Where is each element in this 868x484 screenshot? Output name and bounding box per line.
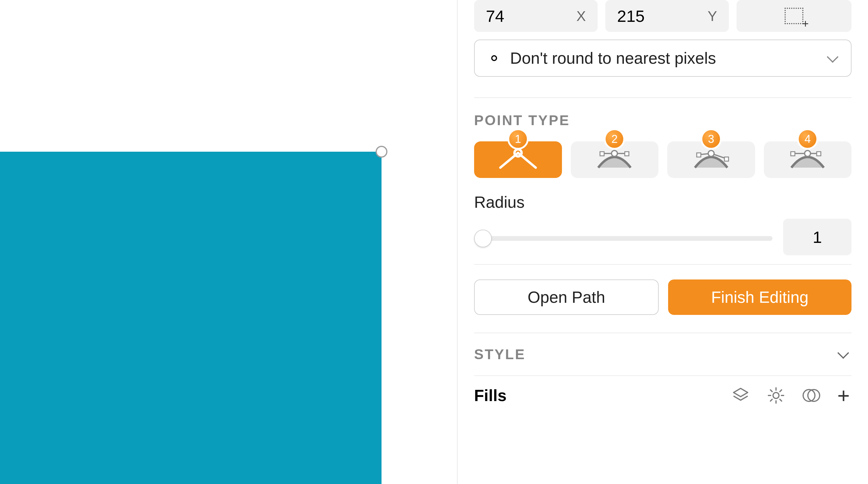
blend-mode-icon[interactable]: [802, 386, 821, 405]
point-type-mirrored-button[interactable]: 2: [571, 141, 659, 178]
point-type-disconnected-button[interactable]: 3: [667, 141, 755, 178]
slider-thumb[interactable]: [474, 230, 492, 247]
canvas-area[interactable]: [0, 0, 457, 484]
radius-label: Radius: [474, 193, 851, 211]
add-fill-button[interactable]: +: [837, 385, 850, 406]
svg-rect-8: [724, 157, 728, 161]
rounding-bullet-icon: [491, 55, 497, 61]
chevron-down-icon: [827, 51, 838, 63]
y-value: 215: [617, 6, 645, 26]
point-straight-icon: [499, 149, 537, 170]
x-value: 74: [486, 6, 504, 26]
vector-shape[interactable]: [0, 152, 381, 484]
x-coordinate-input[interactable]: 74 X: [474, 0, 598, 32]
style-section-header[interactable]: STYLE: [458, 333, 868, 375]
finish-editing-button[interactable]: Finish Editing: [668, 280, 851, 315]
svg-rect-2: [600, 152, 604, 156]
finish-editing-label: Finish Editing: [711, 288, 808, 307]
layers-icon[interactable]: [731, 386, 750, 405]
svg-point-4: [612, 150, 617, 156]
style-heading: STYLE: [474, 346, 526, 362]
svg-point-14: [773, 393, 779, 398]
fills-label: Fills: [474, 386, 506, 405]
y-coordinate-input[interactable]: 215 Y: [605, 0, 729, 32]
open-path-button[interactable]: Open Path: [474, 280, 659, 315]
radius-value-text: 1: [813, 228, 822, 247]
anchor-point[interactable]: [376, 146, 388, 158]
point-type-asymmetric-button[interactable]: 4: [764, 141, 852, 178]
point-type-straight-button[interactable]: 1: [474, 141, 562, 178]
badge-1: 1: [507, 129, 529, 150]
svg-rect-3: [625, 152, 629, 156]
svg-point-9: [708, 150, 714, 156]
svg-rect-12: [817, 152, 821, 156]
svg-point-13: [805, 150, 810, 156]
x-label: X: [577, 8, 586, 24]
point-type-heading: POINT TYPE: [474, 112, 851, 129]
point-disconnected-icon: [692, 149, 730, 170]
gear-icon[interactable]: [767, 386, 785, 405]
chevron-down-icon: [837, 347, 849, 359]
pixel-rounding-dropdown[interactable]: Don't round to nearest pixels: [474, 39, 851, 77]
radius-value-input[interactable]: 1: [783, 219, 851, 255]
plus-icon: +: [837, 385, 850, 406]
badge-2: 2: [604, 129, 625, 150]
badge-4: 4: [797, 129, 818, 150]
radius-slider[interactable]: [474, 236, 772, 241]
selection-mode-button[interactable]: [737, 0, 851, 32]
svg-rect-11: [791, 152, 795, 156]
y-label: Y: [708, 8, 717, 24]
svg-rect-7: [697, 153, 701, 157]
inspector-sidebar: 74 X 215 Y Don't round to nearest pixels…: [457, 0, 868, 484]
point-asymmetric-icon: [788, 149, 827, 170]
point-mirrored-icon: [595, 149, 633, 170]
open-path-label: Open Path: [528, 288, 605, 307]
badge-3: 3: [701, 129, 722, 150]
rounding-selected-text: Don't round to nearest pixels: [510, 49, 716, 67]
selection-bounds-icon: [784, 8, 803, 24]
